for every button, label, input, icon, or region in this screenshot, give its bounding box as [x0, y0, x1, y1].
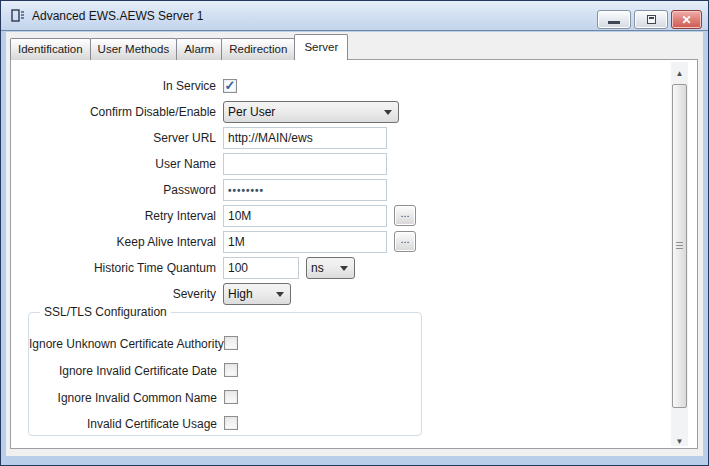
retry-interval-input[interactable] — [223, 205, 387, 227]
user-name-label: User Name — [11, 153, 216, 175]
confirm-disable-enable-select[interactable]: Per User — [223, 101, 399, 123]
row-server-url: Server URL — [11, 127, 697, 149]
invalid-certificate-usage-label: Invalid Certificate Usage — [29, 416, 217, 432]
ignore-invalid-common-name-checkbox[interactable] — [224, 390, 238, 404]
check-icon: ✓ — [225, 79, 236, 92]
caption-buttons: ✕ — [597, 10, 702, 29]
scrollbar-grip-icon — [676, 242, 683, 249]
arrow-down-icon: ▼ — [676, 437, 684, 446]
confirm-disable-enable-value: Per User — [228, 105, 275, 119]
restore-icon — [647, 15, 656, 24]
ssl-tls-group-title: SSL/TLS Configuration — [40, 305, 171, 319]
chevron-down-icon — [384, 110, 392, 115]
severity-value: High — [228, 287, 253, 301]
tab-identification[interactable]: Identification — [10, 38, 91, 60]
ignore-invalid-common-name-label: Ignore Invalid Common Name — [29, 390, 217, 406]
minimize-icon — [608, 21, 620, 24]
server-url-input[interactable] — [223, 127, 387, 149]
chevron-down-icon — [340, 266, 348, 271]
keep-alive-interval-label: Keep Alive Interval — [11, 231, 216, 253]
historic-time-quantum-input[interactable] — [223, 257, 299, 279]
severity-select[interactable]: High — [223, 283, 291, 305]
row-retry-interval: Retry Interval ... — [11, 205, 697, 227]
row-keep-alive-interval: Keep Alive Interval ... — [11, 231, 697, 253]
row-ignore-invalid-common-name: Ignore Invalid Common Name — [29, 390, 421, 406]
row-historic-time-quantum: Historic Time Quantum ns — [11, 257, 697, 279]
row-confirm-disable-enable: Confirm Disable/Enable Per User — [11, 101, 697, 123]
ignore-unknown-certificate-authority-label: Ignore Unknown Certificate Authority — [29, 336, 217, 352]
tab-server[interactable]: Server — [294, 34, 348, 60]
tab-strip: Identification User Methods Alarm Redire… — [10, 34, 347, 60]
close-icon: ✕ — [681, 13, 691, 27]
row-password: Password — [11, 179, 697, 201]
server-url-label: Server URL — [11, 127, 216, 149]
close-button[interactable]: ✕ — [671, 10, 702, 29]
arrow-up-icon: ▲ — [676, 69, 684, 78]
ignore-invalid-certificate-date-checkbox[interactable] — [224, 363, 238, 377]
severity-label: Severity — [11, 283, 216, 305]
row-user-name: User Name — [11, 153, 697, 175]
vertical-scrollbar[interactable]: ▲ ▼ — [671, 62, 688, 446]
ignore-invalid-certificate-date-label: Ignore Invalid Certificate Date — [29, 363, 217, 379]
tab-user-methods[interactable]: User Methods — [90, 38, 178, 60]
scroll-up-button[interactable]: ▲ — [671, 62, 688, 78]
historic-time-quantum-label: Historic Time Quantum — [11, 257, 216, 279]
historic-time-quantum-unit-select[interactable]: ns — [306, 257, 355, 279]
invalid-certificate-usage-checkbox[interactable] — [224, 416, 238, 430]
app-icon — [10, 8, 26, 24]
minimize-button[interactable] — [597, 10, 631, 29]
user-name-input[interactable] — [223, 153, 387, 175]
row-severity: Severity High — [11, 283, 697, 305]
tab-redirection[interactable]: Redirection — [221, 38, 295, 60]
row-in-service: In Service ✓ — [11, 78, 697, 94]
ignore-unknown-certificate-authority-checkbox[interactable] — [224, 336, 238, 350]
confirm-disable-enable-label: Confirm Disable/Enable — [11, 101, 216, 123]
chevron-down-icon — [276, 292, 284, 297]
keep-alive-interval-input[interactable] — [223, 231, 387, 253]
tab-page-server: In Service ✓ Confirm Disable/Enable Per … — [10, 59, 698, 449]
retry-interval-browse-button[interactable]: ... — [394, 205, 416, 226]
retry-interval-label: Retry Interval — [11, 205, 216, 227]
scroll-down-button[interactable]: ▼ — [671, 430, 688, 446]
restore-button[interactable] — [634, 10, 668, 29]
window-title: Advanced EWS.AEWS Server 1 — [32, 9, 203, 23]
password-label: Password — [11, 179, 216, 201]
tab-alarm[interactable]: Alarm — [176, 38, 222, 60]
row-ignore-unknown-certificate-authority: Ignore Unknown Certificate Authority — [29, 336, 421, 352]
in-service-checkbox[interactable]: ✓ — [223, 79, 237, 93]
keep-alive-interval-browse-button[interactable]: ... — [394, 231, 416, 252]
ssl-tls-group: SSL/TLS Configuration Ignore Unknown Cer… — [28, 312, 422, 436]
historic-time-quantum-unit-value: ns — [311, 261, 324, 275]
client-area: Identification User Methods Alarm Redire… — [6, 32, 703, 456]
scrollbar-thumb[interactable] — [672, 84, 687, 408]
dialog-window: Advanced EWS.AEWS Server 1 ✕ Identificat… — [0, 0, 709, 466]
password-input[interactable] — [223, 179, 387, 201]
row-ignore-invalid-certificate-date: Ignore Invalid Certificate Date — [29, 363, 421, 379]
row-invalid-certificate-usage: Invalid Certificate Usage — [29, 416, 421, 432]
in-service-label: In Service — [11, 78, 216, 94]
title-bar[interactable]: Advanced EWS.AEWS Server 1 ✕ — [1, 1, 708, 31]
